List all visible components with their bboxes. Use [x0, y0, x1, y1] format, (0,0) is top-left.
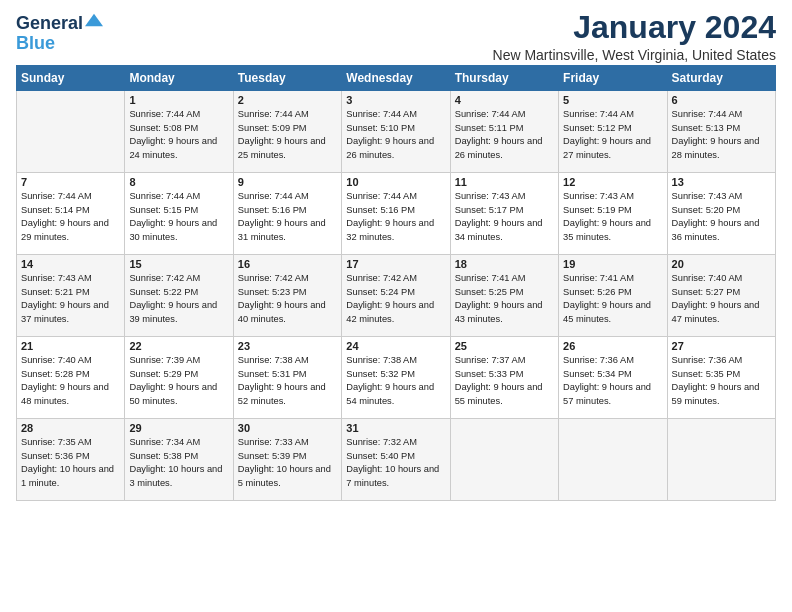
day-info: Sunrise: 7:36 AM Sunset: 5:35 PM Dayligh… [672, 354, 771, 408]
day-info: Sunrise: 7:44 AM Sunset: 5:16 PM Dayligh… [238, 190, 337, 244]
calendar-day-cell: 18 Sunrise: 7:41 AM Sunset: 5:25 PM Dayl… [450, 255, 558, 337]
sunset-text: Sunset: 5:31 PM [238, 369, 307, 379]
sunset-text: Sunset: 5:29 PM [129, 369, 198, 379]
day-number: 27 [672, 340, 771, 352]
calendar-header-row: Sunday Monday Tuesday Wednesday Thursday… [17, 66, 776, 91]
calendar-week-row: 7 Sunrise: 7:44 AM Sunset: 5:14 PM Dayli… [17, 173, 776, 255]
sunset-text: Sunset: 5:40 PM [346, 451, 415, 461]
calendar-day-cell: 14 Sunrise: 7:43 AM Sunset: 5:21 PM Dayl… [17, 255, 125, 337]
daylight-text: Daylight: 9 hours and 39 minutes. [129, 300, 217, 323]
day-number: 21 [21, 340, 120, 352]
sunset-text: Sunset: 5:39 PM [238, 451, 307, 461]
sunrise-text: Sunrise: 7:44 AM [238, 109, 309, 119]
sunrise-text: Sunrise: 7:41 AM [455, 273, 526, 283]
sunrise-text: Sunrise: 7:43 AM [21, 273, 92, 283]
sunrise-text: Sunrise: 7:34 AM [129, 437, 200, 447]
sunrise-text: Sunrise: 7:44 AM [672, 109, 743, 119]
day-number: 11 [455, 176, 554, 188]
day-info: Sunrise: 7:42 AM Sunset: 5:23 PM Dayligh… [238, 272, 337, 326]
day-info: Sunrise: 7:35 AM Sunset: 5:36 PM Dayligh… [21, 436, 120, 490]
sunset-text: Sunset: 5:17 PM [455, 205, 524, 215]
day-number: 31 [346, 422, 445, 434]
sunrise-text: Sunrise: 7:36 AM [672, 355, 743, 365]
calendar-week-row: 28 Sunrise: 7:35 AM Sunset: 5:36 PM Dayl… [17, 419, 776, 501]
logo: General Blue [16, 14, 103, 54]
daylight-text: Daylight: 10 hours and 7 minutes. [346, 464, 439, 487]
calendar-day-cell: 13 Sunrise: 7:43 AM Sunset: 5:20 PM Dayl… [667, 173, 775, 255]
day-number: 1 [129, 94, 228, 106]
sunrise-text: Sunrise: 7:44 AM [21, 191, 92, 201]
sunrise-text: Sunrise: 7:43 AM [672, 191, 743, 201]
day-number: 19 [563, 258, 662, 270]
day-info: Sunrise: 7:32 AM Sunset: 5:40 PM Dayligh… [346, 436, 445, 490]
calendar-day-cell: 3 Sunrise: 7:44 AM Sunset: 5:10 PM Dayli… [342, 91, 450, 173]
calendar-day-cell: 12 Sunrise: 7:43 AM Sunset: 5:19 PM Dayl… [559, 173, 667, 255]
sunrise-text: Sunrise: 7:32 AM [346, 437, 417, 447]
sunrise-text: Sunrise: 7:43 AM [455, 191, 526, 201]
day-number: 10 [346, 176, 445, 188]
daylight-text: Daylight: 9 hours and 54 minutes. [346, 382, 434, 405]
calendar-day-cell [667, 419, 775, 501]
calendar-day-cell: 8 Sunrise: 7:44 AM Sunset: 5:15 PM Dayli… [125, 173, 233, 255]
sunrise-text: Sunrise: 7:42 AM [346, 273, 417, 283]
sunrise-text: Sunrise: 7:40 AM [672, 273, 743, 283]
day-number: 2 [238, 94, 337, 106]
day-number: 28 [21, 422, 120, 434]
sunset-text: Sunset: 5:33 PM [455, 369, 524, 379]
daylight-text: Daylight: 9 hours and 48 minutes. [21, 382, 109, 405]
day-number: 15 [129, 258, 228, 270]
day-number: 22 [129, 340, 228, 352]
day-number: 3 [346, 94, 445, 106]
day-number: 8 [129, 176, 228, 188]
calendar-week-row: 21 Sunrise: 7:40 AM Sunset: 5:28 PM Dayl… [17, 337, 776, 419]
calendar-day-cell: 28 Sunrise: 7:35 AM Sunset: 5:36 PM Dayl… [17, 419, 125, 501]
day-number: 9 [238, 176, 337, 188]
calendar-day-cell [450, 419, 558, 501]
day-number: 16 [238, 258, 337, 270]
sunset-text: Sunset: 5:15 PM [129, 205, 198, 215]
daylight-text: Daylight: 9 hours and 42 minutes. [346, 300, 434, 323]
day-info: Sunrise: 7:39 AM Sunset: 5:29 PM Dayligh… [129, 354, 228, 408]
day-number: 5 [563, 94, 662, 106]
daylight-text: Daylight: 9 hours and 34 minutes. [455, 218, 543, 241]
calendar-day-cell: 6 Sunrise: 7:44 AM Sunset: 5:13 PM Dayli… [667, 91, 775, 173]
day-number: 20 [672, 258, 771, 270]
daylight-text: Daylight: 9 hours and 47 minutes. [672, 300, 760, 323]
daylight-text: Daylight: 9 hours and 30 minutes. [129, 218, 217, 241]
day-info: Sunrise: 7:40 AM Sunset: 5:28 PM Dayligh… [21, 354, 120, 408]
sunrise-text: Sunrise: 7:44 AM [346, 109, 417, 119]
sunrise-text: Sunrise: 7:41 AM [563, 273, 634, 283]
daylight-text: Daylight: 9 hours and 43 minutes. [455, 300, 543, 323]
sunset-text: Sunset: 5:38 PM [129, 451, 198, 461]
day-number: 7 [21, 176, 120, 188]
sunrise-text: Sunrise: 7:42 AM [238, 273, 309, 283]
daylight-text: Daylight: 9 hours and 37 minutes. [21, 300, 109, 323]
day-number: 29 [129, 422, 228, 434]
sunset-text: Sunset: 5:28 PM [21, 369, 90, 379]
calendar-day-cell: 16 Sunrise: 7:42 AM Sunset: 5:23 PM Dayl… [233, 255, 341, 337]
day-info: Sunrise: 7:44 AM Sunset: 5:14 PM Dayligh… [21, 190, 120, 244]
day-number: 4 [455, 94, 554, 106]
day-info: Sunrise: 7:43 AM Sunset: 5:20 PM Dayligh… [672, 190, 771, 244]
day-info: Sunrise: 7:34 AM Sunset: 5:38 PM Dayligh… [129, 436, 228, 490]
day-number: 17 [346, 258, 445, 270]
sunrise-text: Sunrise: 7:40 AM [21, 355, 92, 365]
sunset-text: Sunset: 5:24 PM [346, 287, 415, 297]
day-number: 18 [455, 258, 554, 270]
calendar-day-cell: 1 Sunrise: 7:44 AM Sunset: 5:08 PM Dayli… [125, 91, 233, 173]
daylight-text: Daylight: 9 hours and 26 minutes. [346, 136, 434, 159]
calendar-day-cell: 30 Sunrise: 7:33 AM Sunset: 5:39 PM Dayl… [233, 419, 341, 501]
sunrise-text: Sunrise: 7:37 AM [455, 355, 526, 365]
sunset-text: Sunset: 5:16 PM [238, 205, 307, 215]
sunrise-text: Sunrise: 7:44 AM [346, 191, 417, 201]
daylight-text: Daylight: 9 hours and 31 minutes. [238, 218, 326, 241]
daylight-text: Daylight: 9 hours and 29 minutes. [21, 218, 109, 241]
day-info: Sunrise: 7:44 AM Sunset: 5:10 PM Dayligh… [346, 108, 445, 162]
day-info: Sunrise: 7:36 AM Sunset: 5:34 PM Dayligh… [563, 354, 662, 408]
daylight-text: Daylight: 9 hours and 28 minutes. [672, 136, 760, 159]
daylight-text: Daylight: 9 hours and 52 minutes. [238, 382, 326, 405]
day-info: Sunrise: 7:38 AM Sunset: 5:31 PM Dayligh… [238, 354, 337, 408]
month-title: January 2024 [493, 10, 776, 45]
sunset-text: Sunset: 5:20 PM [672, 205, 741, 215]
calendar-day-cell: 19 Sunrise: 7:41 AM Sunset: 5:26 PM Dayl… [559, 255, 667, 337]
